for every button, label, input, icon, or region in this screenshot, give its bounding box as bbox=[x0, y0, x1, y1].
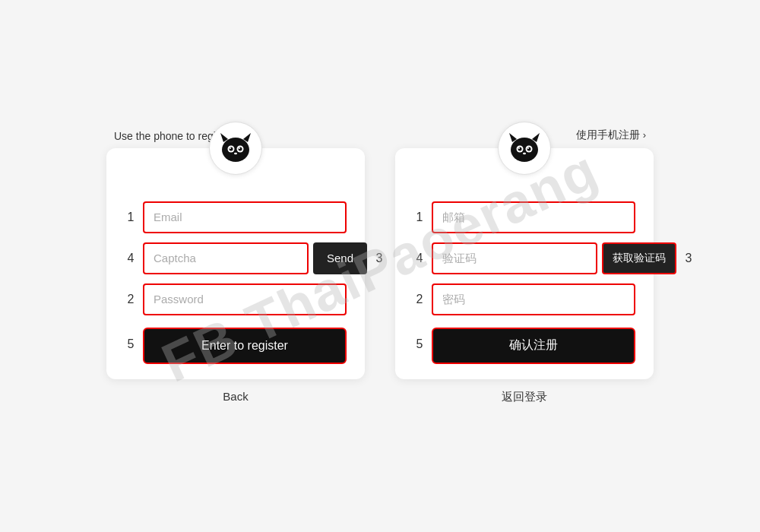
register-row: 5 Enter to register bbox=[125, 325, 347, 364]
back-link-cn[interactable]: 返回登录 bbox=[502, 390, 547, 404]
email-row-cn: 1 bbox=[413, 201, 635, 233]
left-logo-circle bbox=[209, 122, 262, 175]
right-panel: 使用手机注册 › 1 bbox=[395, 128, 654, 404]
chevron-icon-cn: › bbox=[643, 129, 646, 141]
captcha-group-cn: 获取验证码 bbox=[432, 242, 676, 274]
send-number-cn: 3 bbox=[682, 252, 695, 265]
left-card: 1 4 Send 3 2 5 Enter to register bbox=[106, 148, 365, 379]
phone-register-link-cn[interactable]: 使用手机注册 › bbox=[576, 128, 654, 142]
register-row-cn: 5 确认注册 bbox=[413, 325, 635, 364]
captcha-number: 4 bbox=[125, 252, 137, 265]
register-button-cn[interactable]: 确认注册 bbox=[432, 328, 635, 364]
password-number-cn: 2 bbox=[413, 293, 426, 306]
send-button[interactable]: Send bbox=[313, 242, 367, 274]
svg-point-6 bbox=[230, 147, 233, 150]
email-input[interactable] bbox=[143, 201, 347, 233]
cat-logo-icon bbox=[217, 130, 254, 166]
captcha-row: 4 Send 3 bbox=[125, 242, 347, 274]
email-number: 1 bbox=[125, 211, 137, 224]
svg-point-10 bbox=[234, 152, 237, 154]
password-row: 2 bbox=[125, 283, 347, 315]
captcha-row-cn: 4 获取验证码 3 bbox=[413, 242, 635, 274]
svg-point-9 bbox=[239, 147, 240, 149]
send-number: 3 bbox=[373, 252, 385, 265]
register-number-cn: 5 bbox=[413, 337, 426, 351]
svg-point-7 bbox=[239, 147, 242, 150]
email-input-cn[interactable] bbox=[432, 201, 635, 233]
send-button-cn[interactable]: 获取验证码 bbox=[602, 242, 676, 274]
right-logo-circle bbox=[498, 122, 551, 175]
captcha-input[interactable] bbox=[143, 242, 309, 274]
phone-register-text-cn: 使用手机注册 bbox=[576, 128, 640, 142]
cat-logo-icon-right bbox=[506, 130, 543, 166]
svg-point-18 bbox=[527, 147, 531, 150]
svg-point-19 bbox=[518, 147, 520, 149]
svg-point-20 bbox=[527, 147, 529, 149]
right-form: 1 4 获取验证码 3 2 5 确认注册 bbox=[413, 201, 635, 364]
left-form: 1 4 Send 3 2 5 Enter to register bbox=[125, 201, 347, 364]
password-row-cn: 2 bbox=[413, 283, 635, 315]
password-number: 2 bbox=[125, 293, 137, 306]
captcha-number-cn: 4 bbox=[413, 252, 426, 265]
password-input-cn[interactable] bbox=[432, 283, 635, 315]
password-input[interactable] bbox=[143, 283, 347, 315]
svg-point-21 bbox=[523, 152, 526, 154]
captcha-input-cn[interactable] bbox=[432, 242, 597, 274]
captcha-group: Send bbox=[143, 242, 367, 274]
svg-point-17 bbox=[518, 147, 522, 150]
left-panel: Use the phone to register › bbox=[106, 130, 365, 403]
right-card: 1 4 获取验证码 3 2 5 确认注册 bbox=[395, 148, 654, 379]
svg-point-8 bbox=[230, 147, 231, 149]
register-number: 5 bbox=[125, 337, 137, 351]
back-link[interactable]: Back bbox=[223, 390, 248, 403]
email-row: 1 bbox=[125, 201, 347, 233]
register-button[interactable]: Enter to register bbox=[143, 328, 347, 364]
email-number-cn: 1 bbox=[413, 211, 426, 224]
